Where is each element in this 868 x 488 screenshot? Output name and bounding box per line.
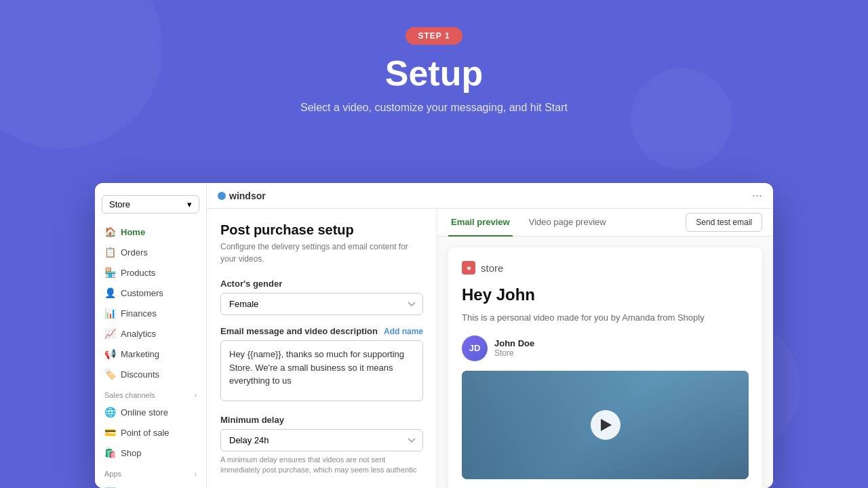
windsor-logo: windsor	[218, 190, 266, 201]
customers-icon: 👤	[104, 287, 115, 298]
page-title: Setup	[0, 53, 868, 94]
shop-icon: 🛍️	[104, 447, 115, 458]
send-test-email-button[interactable]: Send test email	[686, 213, 762, 232]
form-panel: Post purchase setup Configure the delive…	[207, 209, 437, 488]
windsor-logo-text: windsor	[229, 190, 266, 201]
header-area: STEP 1 Setup Select a video, customize y…	[0, 0, 868, 144]
email-message-label: Email message and video description Add …	[220, 326, 423, 336]
sidebar-item-point-of-sale[interactable]: 💳 Point of sale	[95, 422, 206, 443]
sales-channels-section: Sales channels ›	[95, 384, 206, 402]
sidebar-item-shopify-email[interactable]: ✉️ Shopify Email	[95, 481, 206, 488]
sales-channels-arrow: ›	[195, 392, 197, 399]
sidebar-item-orders-label: Orders	[121, 247, 148, 258]
store-selector-label: Store	[109, 199, 130, 209]
shopify-email-icon: ✉️	[104, 485, 115, 488]
sidebar-item-pos-label: Point of sale	[121, 428, 170, 438]
sidebar-item-marketing[interactable]: 📢 Marketing	[95, 344, 206, 364]
step-badge: STEP 1	[406, 27, 462, 45]
store-selector-arrow: ▾	[187, 199, 192, 209]
preview-panel: Email preview Video page preview Send te…	[437, 209, 773, 488]
store-selector[interactable]: Store ▾	[102, 195, 199, 214]
marketing-icon: 📢	[104, 348, 115, 359]
actor-gender-label: Actor's gender	[220, 279, 423, 289]
sender-name: John Doe	[494, 338, 534, 348]
sidebar-item-orders[interactable]: 📋 Orders	[95, 242, 206, 262]
sidebar-item-discounts[interactable]: 🏷️ Discounts	[95, 364, 206, 384]
browser-window: Store ▾ 🏠 Home 📋 Orders 🏪 Products 👤 Cus…	[95, 183, 773, 488]
email-sender-row: JD John Doe Store	[462, 336, 749, 361]
home-icon: 🏠	[104, 226, 115, 237]
sidebar-item-shopify-email-label: Shopify Email	[121, 486, 174, 489]
sidebar-item-customers[interactable]: 👤 Customers	[95, 283, 206, 303]
email-message-field: Email message and video description Add …	[220, 326, 423, 404]
sidebar-item-home-label: Home	[121, 227, 145, 237]
windsor-dot-icon	[218, 192, 226, 200]
minimum-delay-select[interactable]: Delay 24h Delay 12h No delay	[220, 429, 423, 451]
sidebar: Store ▾ 🏠 Home 📋 Orders 🏪 Products 👤 Cus…	[95, 183, 207, 488]
online-store-icon: 🌐	[104, 407, 115, 418]
preview-tabs: Email preview Video page preview Send te…	[437, 209, 773, 237]
apps-section: Apps ›	[95, 463, 206, 481]
app-menu-button[interactable]: ···	[752, 188, 762, 203]
sidebar-item-customers-label: Customers	[121, 288, 163, 298]
email-card: ★ store Hey John This is a personal vide…	[448, 247, 762, 488]
sidebar-item-online-store[interactable]: 🌐 Online store	[95, 402, 206, 422]
store-name: store	[481, 262, 503, 274]
actor-gender-select[interactable]: Female Male	[220, 293, 423, 315]
sidebar-item-finances[interactable]: 📊 Finances	[95, 303, 206, 323]
email-message-textarea[interactable]: Hey {{name}}, thanks so much for support…	[220, 340, 423, 401]
sidebar-item-finances-label: Finances	[121, 308, 157, 319]
discounts-icon: 🏷️	[104, 369, 115, 380]
email-store-logo: ★ store	[462, 261, 749, 274]
sidebar-item-analytics[interactable]: 📈 Analytics	[95, 323, 206, 344]
actor-gender-field: Actor's gender Female Male	[220, 279, 423, 315]
video-thumbnail	[462, 371, 749, 479]
email-greeting: Hey John	[462, 285, 749, 304]
delay-hint: A minimum delay ensures that videos are …	[220, 455, 423, 476]
add-name-link[interactable]: Add name	[384, 327, 423, 336]
browser-body: Store ▾ 🏠 Home 📋 Orders 🏪 Products 👤 Cus…	[95, 183, 773, 488]
minimum-delay-label: Minimum delay	[220, 415, 423, 425]
sidebar-item-analytics-label: Analytics	[121, 329, 156, 339]
orders-icon: 📋	[104, 247, 115, 258]
play-button[interactable]	[591, 410, 620, 440]
tab-email-preview[interactable]: Email preview	[448, 209, 513, 237]
main-content: windsor ··· Post purchase setup Configur…	[207, 183, 773, 488]
sidebar-item-products[interactable]: 🏪 Products	[95, 262, 206, 283]
sender-avatar: JD	[462, 336, 488, 361]
preview-content: ★ store Hey John This is a personal vide…	[437, 237, 773, 488]
play-triangle-icon	[601, 419, 612, 431]
email-body-text: This is a personal video made for you by…	[462, 311, 749, 325]
sidebar-item-home[interactable]: 🏠 Home	[95, 222, 206, 242]
apps-arrow: ›	[195, 470, 197, 478]
products-icon: 🏪	[104, 267, 115, 278]
store-logo-icon: ★	[462, 261, 475, 274]
sidebar-item-shop[interactable]: 🛍️ Shop	[95, 443, 206, 463]
minimum-delay-field: Minimum delay Delay 24h Delay 12h No del…	[220, 415, 423, 476]
form-title: Post purchase setup	[220, 222, 423, 238]
tab-video-preview[interactable]: Video page preview	[526, 209, 609, 237]
content-body: Post purchase setup Configure the delive…	[207, 209, 773, 488]
sidebar-item-online-store-label: Online store	[121, 407, 168, 418]
sender-store: Store	[494, 348, 534, 358]
page-subtitle: Select a video, customize your messaging…	[0, 102, 868, 114]
sidebar-item-marketing-label: Marketing	[121, 349, 159, 359]
sidebar-item-shop-label: Shop	[121, 448, 141, 458]
form-description: Configure the delivery settings and emai…	[220, 241, 423, 265]
app-header: windsor ···	[207, 183, 773, 209]
finances-icon: 📊	[104, 308, 115, 319]
sidebar-item-discounts-label: Discounts	[121, 369, 159, 380]
analytics-icon: 📈	[104, 328, 115, 339]
sidebar-item-products-label: Products	[121, 268, 155, 278]
sender-info: John Doe Store	[494, 338, 534, 358]
point-of-sale-icon: 💳	[104, 427, 115, 438]
